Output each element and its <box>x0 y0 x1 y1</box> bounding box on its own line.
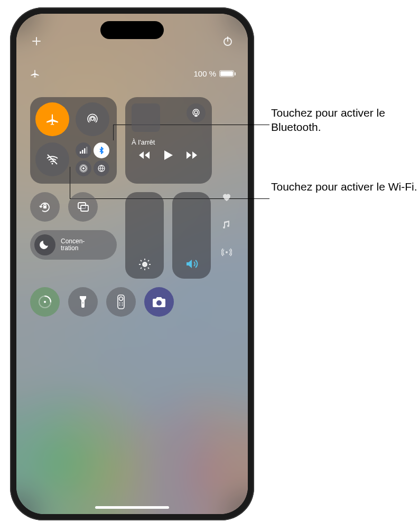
screen-mirroring-icon <box>76 200 90 214</box>
connectivity-module[interactable] <box>30 97 117 184</box>
music-note-icon <box>221 220 232 230</box>
svg-rect-16 <box>81 205 88 211</box>
media-state-label: À l'arrêt <box>132 138 206 146</box>
wifi-off-icon <box>45 152 60 167</box>
hotspot-icon <box>79 164 88 173</box>
camera-icon <box>152 296 166 308</box>
status-bar: 100 % <box>30 69 234 78</box>
broadcast-icon <box>221 247 232 258</box>
svg-rect-14 <box>43 206 46 208</box>
svg-point-20 <box>44 301 46 303</box>
connectivity-page-indicator[interactable] <box>221 247 234 260</box>
wifi-toggle[interactable] <box>35 142 69 176</box>
timer-icon <box>38 294 52 309</box>
cellular-icon <box>79 146 88 155</box>
hotspot-indicator <box>76 160 91 176</box>
power-icon <box>222 35 234 47</box>
media-artwork <box>132 103 160 132</box>
home-indicator[interactable] <box>95 506 169 509</box>
plus-icon <box>31 36 42 46</box>
satellite-icon <box>97 164 106 173</box>
timer-button[interactable] <box>30 287 60 317</box>
remote-button[interactable] <box>106 287 136 317</box>
battery-icon <box>219 70 234 77</box>
airplay-button[interactable] <box>187 103 206 122</box>
heart-icon <box>221 192 232 203</box>
power-button[interactable] <box>221 35 234 48</box>
moon-icon-wrap <box>34 234 55 255</box>
screen: 100 % <box>16 14 248 514</box>
callout-bluetooth: Touchez pour activer le Bluetooth. <box>271 106 419 135</box>
svg-point-24 <box>122 302 123 303</box>
orientation-lock-toggle[interactable] <box>30 192 60 222</box>
svg-rect-5 <box>82 150 83 154</box>
svg-point-2 <box>52 163 53 165</box>
svg-point-13 <box>194 111 198 114</box>
bluetooth-indicator <box>94 142 109 158</box>
svg-point-18 <box>226 251 228 253</box>
focus-button[interactable]: Concen- tration <box>30 230 117 260</box>
satellite-indicator <box>94 160 109 176</box>
svg-rect-4 <box>80 151 81 154</box>
svg-point-26 <box>122 305 123 306</box>
battery-percentage: 100 % <box>193 69 216 78</box>
brightness-slider[interactable] <box>125 192 164 279</box>
airplay-icon <box>191 108 201 118</box>
airdrop-icon <box>85 112 100 127</box>
focus-label: Concen- tration <box>61 238 85 252</box>
svg-point-25 <box>119 305 120 306</box>
bluetooth-icon <box>98 147 105 154</box>
play-icon[interactable] <box>164 150 173 160</box>
music-page-indicator[interactable] <box>221 220 234 232</box>
cellular-indicator <box>76 142 91 158</box>
favorites-page-indicator[interactable] <box>221 192 234 205</box>
moon-icon <box>40 240 50 250</box>
svg-point-8 <box>82 167 85 169</box>
svg-point-17 <box>143 262 147 267</box>
remote-icon <box>117 294 125 309</box>
volume-icon <box>184 256 199 271</box>
add-control-button[interactable] <box>30 35 43 48</box>
svg-rect-7 <box>86 147 88 154</box>
dynamic-island <box>100 21 164 39</box>
media-module[interactable]: À l'arrêt <box>125 97 212 184</box>
connectivity-more[interactable] <box>76 142 109 176</box>
airplane-icon <box>45 112 59 126</box>
flashlight-button[interactable] <box>68 287 98 317</box>
forward-icon[interactable] <box>187 150 198 160</box>
svg-point-23 <box>119 302 120 303</box>
airplane-mode-toggle[interactable] <box>35 102 69 136</box>
airdrop-toggle[interactable] <box>76 102 109 136</box>
backward-icon[interactable] <box>139 150 151 160</box>
camera-button[interactable] <box>144 287 174 317</box>
svg-point-22 <box>119 297 123 301</box>
orientation-lock-icon <box>38 200 52 214</box>
svg-rect-6 <box>84 148 86 154</box>
brightness-icon <box>138 258 152 271</box>
screen-mirroring-button[interactable] <box>68 192 98 222</box>
iphone-frame: 100 % <box>10 7 254 520</box>
airplane-status-icon <box>30 69 40 78</box>
volume-slider[interactable] <box>172 192 211 279</box>
callout-wifi: Touchez pour activer le Wi-Fi. <box>271 179 417 194</box>
flashlight-icon <box>78 295 88 309</box>
svg-point-1 <box>91 117 94 120</box>
